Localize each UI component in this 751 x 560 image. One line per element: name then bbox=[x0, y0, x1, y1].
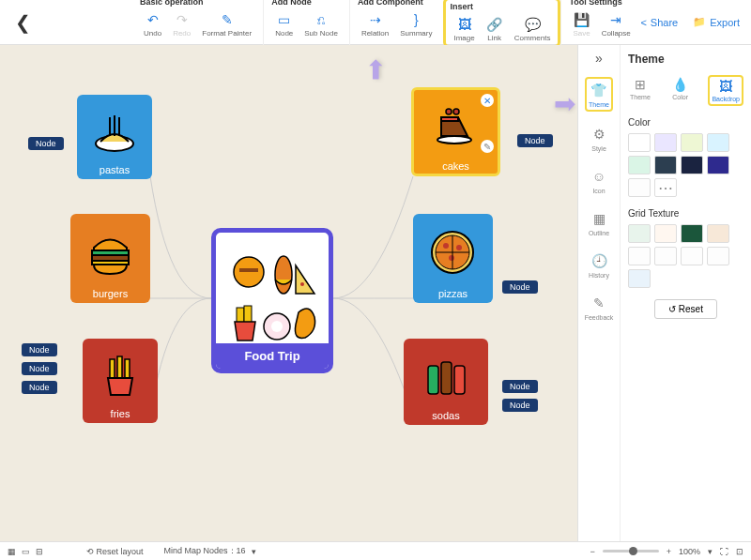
color-swatch[interactable] bbox=[654, 133, 677, 152]
zoom-out-button[interactable]: − bbox=[590, 547, 594, 556]
top-toolbar: ❮ Basic operation ↶Undo ↷Redo ✎Format Pa… bbox=[0, 0, 751, 45]
iconbar-theme[interactable]: 👕Theme bbox=[585, 77, 613, 112]
color-swatch[interactable] bbox=[707, 156, 729, 174]
annotation-arrow-right: ➡ bbox=[554, 88, 575, 119]
presentation-icon[interactable]: ▭ bbox=[22, 547, 30, 556]
relation-button[interactable]: ⇢Relation bbox=[358, 10, 392, 38]
node-badge[interactable]: Node bbox=[22, 343, 57, 356]
svg-point-15 bbox=[443, 243, 449, 249]
pizza-icon bbox=[417, 218, 489, 288]
node-label: pizzas bbox=[438, 288, 467, 299]
add-subnode-button[interactable]: ⎌Sub Node bbox=[300, 10, 342, 38]
style-icon: ⚙ bbox=[590, 125, 608, 144]
node-badge[interactable]: Node bbox=[502, 399, 538, 412]
color-swatch[interactable] bbox=[628, 178, 651, 197]
iconbar-style[interactable]: ⚙Style bbox=[588, 123, 610, 154]
node-badge[interactable]: Node bbox=[28, 137, 64, 150]
svg-point-16 bbox=[456, 245, 462, 250]
more-colors-button[interactable]: ⋯ bbox=[654, 178, 677, 197]
top-right-actions: <Share 📁Export bbox=[640, 16, 740, 28]
color-swatch[interactable] bbox=[628, 133, 651, 152]
node-badge[interactable]: Node bbox=[22, 381, 57, 394]
mindmap-node-cakes[interactable]: ✕ ✎ cakes bbox=[411, 87, 500, 176]
group-tool-settings: Tool Settings 💾Save ⇥Collapse bbox=[560, 0, 641, 48]
color-swatch[interactable] bbox=[654, 156, 677, 174]
format-painter-button[interactable]: ✎Format Painter bbox=[198, 10, 255, 38]
mindmap-canvas[interactable]: ➡ ➡ Node Node Node Node Node Node Node N… bbox=[0, 45, 577, 541]
grid-texture-swatch[interactable] bbox=[654, 224, 677, 243]
subnode-icon: ⎌ bbox=[313, 11, 330, 28]
grid-texture-swatch[interactable] bbox=[628, 269, 651, 288]
node-label: cakes bbox=[442, 160, 469, 172]
mindmap-node-fries[interactable]: fries bbox=[83, 339, 158, 423]
add-node-button[interactable]: ▭Node bbox=[271, 10, 297, 38]
share-button[interactable]: <Share bbox=[640, 17, 678, 28]
node-badge[interactable]: Node bbox=[502, 280, 538, 294]
mindmap-node-sodas[interactable]: sodas bbox=[404, 339, 488, 425]
feedback-icon: ✎ bbox=[590, 294, 608, 312]
tab-theme[interactable]: ⊞Theme bbox=[628, 75, 652, 106]
iconbar-outline[interactable]: ▦Outline bbox=[587, 207, 611, 238]
edit-icon[interactable]: ✎ bbox=[481, 140, 494, 153]
outline-icon: ▦ bbox=[590, 209, 608, 228]
insert-image-button[interactable]: 🖼Image bbox=[450, 15, 478, 43]
close-icon[interactable]: ✕ bbox=[481, 94, 494, 107]
iconbar-history[interactable]: 🕘History bbox=[587, 250, 611, 280]
iconbar-feedback[interactable]: ✎Feedback bbox=[583, 292, 616, 323]
center-node-label: Food Trip bbox=[216, 343, 329, 369]
color-section-title: Color bbox=[628, 117, 743, 128]
chevron-down-icon[interactable]: ▾ bbox=[252, 547, 256, 556]
back-button[interactable]: ❮ bbox=[8, 11, 38, 34]
iconbar-icon[interactable]: ☺Icon bbox=[588, 165, 610, 196]
chevron-down-icon[interactable]: ▾ bbox=[708, 547, 713, 556]
svg-rect-24 bbox=[239, 268, 258, 272]
grid-texture-swatch[interactable] bbox=[707, 224, 729, 243]
color-swatch[interactable] bbox=[681, 156, 703, 174]
reset-layout-button[interactable]: ⟲ Reset layout bbox=[86, 547, 144, 556]
color-swatch[interactable] bbox=[628, 156, 651, 174]
svg-rect-20 bbox=[428, 366, 438, 394]
fullscreen-icon[interactable]: ⛶ bbox=[720, 547, 728, 556]
history-icon: 🕘 bbox=[590, 251, 608, 270]
group-insert: Insert 🖼Image 🔗Link 💬Comments bbox=[443, 0, 560, 48]
grid-texture-swatch[interactable] bbox=[707, 247, 729, 265]
mindmap-node-burgers[interactable]: burgers bbox=[70, 214, 150, 303]
color-swatch[interactable] bbox=[681, 133, 703, 152]
zoom-slider[interactable] bbox=[603, 550, 659, 552]
grid-texture-swatch[interactable] bbox=[654, 247, 677, 265]
undo-button[interactable]: ↶Undo bbox=[140, 10, 165, 38]
smile-icon: ☺ bbox=[590, 167, 608, 186]
mindmap-node-pastas[interactable]: pastas bbox=[77, 95, 152, 179]
svg-point-10 bbox=[446, 109, 452, 114]
node-badge[interactable]: Node bbox=[22, 362, 57, 375]
redo-button[interactable]: ↷Redo bbox=[169, 10, 194, 38]
save-button[interactable]: 💾Save bbox=[569, 10, 593, 38]
panel-title: Theme bbox=[628, 53, 743, 66]
insert-comments-button[interactable]: 💬Comments bbox=[511, 15, 555, 43]
pasta-icon bbox=[81, 98, 148, 164]
mindmap-center-node[interactable]: Food Trip bbox=[211, 228, 333, 373]
node-badge[interactable]: Node bbox=[517, 134, 553, 147]
reset-button[interactable]: ↺ Reset bbox=[654, 299, 717, 319]
grid-texture-swatch[interactable] bbox=[681, 247, 703, 265]
collapse-button[interactable]: ⇥Collapse bbox=[598, 10, 635, 38]
collapse-panel-button[interactable]: » bbox=[595, 51, 603, 66]
toolbar-groups: Basic operation ↶Undo ↷Redo ✎Format Pain… bbox=[132, 0, 642, 48]
insert-link-button[interactable]: 🔗Link bbox=[483, 15, 507, 43]
tab-backdrop[interactable]: 🖼Backdrop bbox=[708, 75, 743, 106]
grid-texture-swatch[interactable] bbox=[628, 247, 651, 265]
fit-icon[interactable]: ⊡ bbox=[736, 547, 743, 556]
svg-point-11 bbox=[453, 109, 459, 114]
export-button[interactable]: 📁Export bbox=[693, 16, 740, 28]
grid-texture-swatch[interactable] bbox=[628, 224, 651, 243]
color-swatch[interactable] bbox=[707, 133, 729, 152]
tree-view-icon[interactable]: ⊟ bbox=[36, 547, 43, 556]
zoom-in-button[interactable]: + bbox=[667, 547, 671, 556]
grid-texture-swatch[interactable] bbox=[681, 224, 703, 243]
mindmap-node-pizzas[interactable]: pizzas bbox=[413, 214, 493, 303]
right-panel-content: Theme ⊞Theme 💧Color 🖼Backdrop Color ⋯ Gr… bbox=[621, 45, 751, 541]
grid-view-icon[interactable]: ▦ bbox=[8, 547, 16, 556]
summary-button[interactable]: }Summary bbox=[396, 10, 436, 38]
node-badge[interactable]: Node bbox=[502, 380, 538, 393]
tab-color[interactable]: 💧Color bbox=[670, 75, 690, 106]
